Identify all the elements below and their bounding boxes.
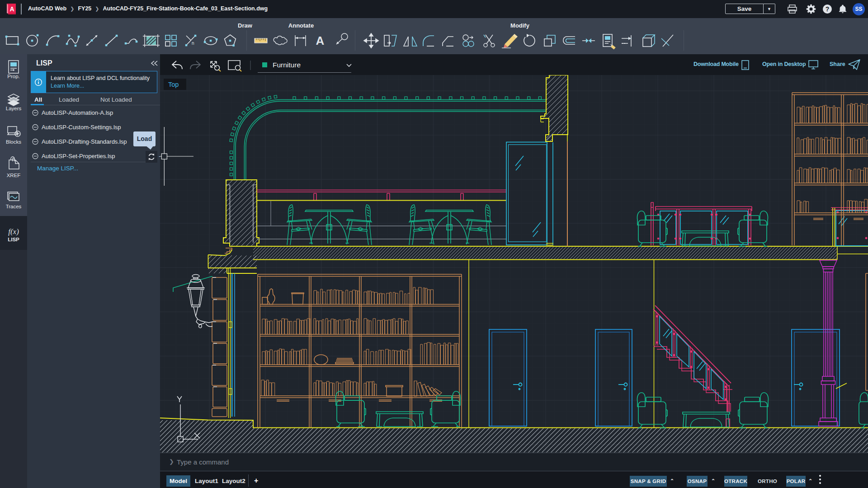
svg-text:Furniture: Furniture — [273, 61, 301, 69]
svg-text:?: ? — [826, 5, 830, 13]
svg-text:A: A — [9, 5, 14, 13]
svg-text:Top: Top — [168, 81, 179, 88]
svg-text:n: n — [192, 41, 194, 46]
svg-text:A: A — [316, 34, 325, 47]
svg-text:f(x): f(x) — [8, 227, 19, 236]
